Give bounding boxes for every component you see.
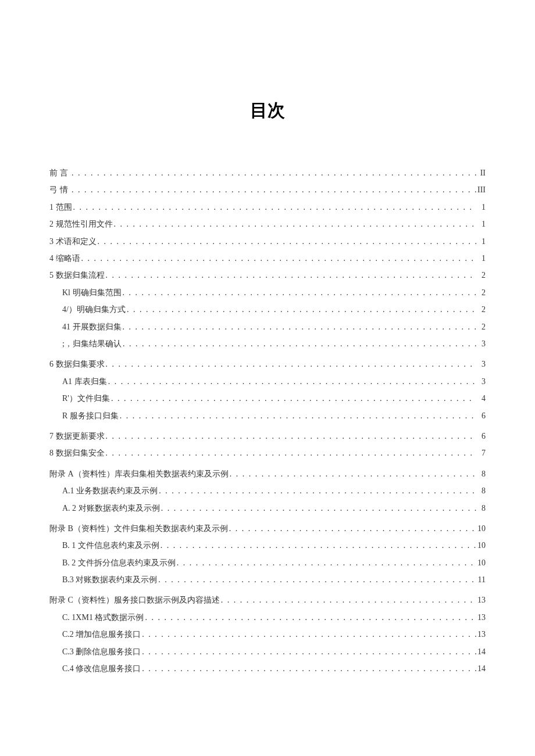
- toc-entry: 4 缩略语1: [49, 250, 486, 267]
- toc-entry-page: 11: [477, 571, 486, 588]
- toc-entry-page: 1: [477, 216, 486, 232]
- toc-leader-dots: [98, 233, 477, 250]
- toc-entry-label: 7 数据更新要求: [49, 428, 105, 445]
- toc-entry-page: II: [477, 164, 486, 181]
- toc-entry-page: 8: [477, 482, 486, 499]
- toc-entry-label: C.3 删除信息服务接口: [62, 643, 141, 660]
- toc-leader-dots: [145, 609, 476, 626]
- toc-leader-dots: [160, 537, 476, 554]
- toc-entry-label: R'）文件归集: [62, 390, 110, 407]
- toc-leader-dots: [73, 199, 477, 216]
- toc-entry-page: 10: [477, 554, 486, 571]
- toc-entry: 前言II: [49, 164, 486, 181]
- toc-entry-page: 4: [477, 390, 486, 407]
- toc-entry-page: III: [477, 181, 486, 198]
- toc-entry: 1 范围1: [49, 199, 486, 216]
- toc-entry: 4/）明确归集方式2: [49, 301, 486, 318]
- toc-entry-label: Kl 明确归集范围: [62, 284, 122, 301]
- toc-leader-dots: [230, 465, 476, 482]
- toc-entry: C.4 修改信息服务接口14: [49, 660, 486, 677]
- toc-entry-label: 5 数据归集流程: [49, 267, 105, 284]
- toc-entry: A.1 业务数据表约束及示例8: [49, 482, 486, 499]
- toc-entry: 3 术语和定义1: [49, 233, 486, 250]
- toc-entry-label: 1 范围: [49, 199, 72, 216]
- toc-leader-dots: [123, 335, 476, 352]
- toc-entry-page: 10: [477, 520, 486, 537]
- toc-entry: A. 2 对账数据表约束及示例8: [49, 500, 486, 517]
- toc-entry-page: 8: [477, 465, 486, 482]
- toc-leader-dots: [72, 181, 476, 198]
- toc-leader-dots: [142, 643, 476, 660]
- toc-leader-dots: [123, 284, 477, 301]
- toc-leader-dots: [159, 482, 476, 499]
- toc-entry-page: 8: [477, 500, 486, 517]
- toc-entry-page: 13: [477, 626, 486, 643]
- toc-entry: 41 开展数据归集2: [49, 318, 486, 335]
- toc-entry-label: C.4 修改信息服务接口: [62, 660, 141, 677]
- toc-entry-label: A.1 业务数据表约束及示例: [62, 482, 158, 499]
- toc-entry-page: 14: [477, 643, 486, 660]
- toc-entry: 7 数据更新要求6: [49, 428, 486, 445]
- toc-entry: R 服务接口归集6: [49, 407, 486, 424]
- toc-entry-page: 10: [477, 537, 486, 554]
- toc-entry-label: A. 2 对账数据表约束及示例: [62, 500, 160, 517]
- toc-entry-label: C. 1XM1 格式数据示例: [62, 609, 144, 626]
- toc-leader-dots: [221, 592, 476, 608]
- toc-leader-dots: [229, 520, 476, 537]
- toc-entry-page: 13: [477, 609, 486, 626]
- toc-entry: 附录 C（资料性）服务接口数据示例及内容描述13: [49, 592, 486, 608]
- toc-leader-dots: [123, 318, 477, 335]
- toc-entry: B. 2 文件拆分信息表约束及示例10: [49, 554, 486, 571]
- toc-leader-dots: [108, 373, 476, 390]
- toc-entry: B. 1 文件信息表约束及示例10: [49, 537, 486, 554]
- toc-entry-page: 14: [477, 660, 486, 677]
- toc-entry: 5 数据归集流程2: [49, 267, 486, 284]
- toc-leader-dots: [111, 390, 476, 407]
- toc-entry-page: 3: [477, 335, 486, 352]
- toc-entry-label: 弓情: [49, 181, 70, 198]
- toc-entry-page: 6: [477, 407, 486, 424]
- toc-entry-label: A1 库表归集: [62, 373, 107, 390]
- toc-entry: C.2 增加信息服务接口13: [49, 626, 486, 643]
- toc-leader-dots: [177, 554, 476, 571]
- toc-entry-page: 13: [477, 592, 486, 608]
- toc-leader-dots: [106, 428, 477, 445]
- toc-entry-label: ;，归集结果确认: [62, 335, 122, 352]
- toc-entry-page: 1: [477, 199, 486, 216]
- toc-entry-label: B.3 对账数据表约束及示例: [62, 571, 157, 588]
- toc-entry: 附录 B（资料性）文件归集相关数据表约束及示例10: [49, 520, 486, 537]
- toc-entry: 2 规范性引用文件1: [49, 216, 486, 232]
- toc-leader-dots: [127, 301, 476, 318]
- toc-entry-label: B. 1 文件信息表约束及示例: [62, 537, 159, 554]
- toc-entry-label: 附录 B（资料性）文件归集相关数据表约束及示例: [49, 520, 228, 537]
- toc-entry: 弓情III: [49, 181, 486, 198]
- toc-entry-label: R 服务接口归集: [62, 407, 119, 424]
- toc-entry-label: 4/）明确归集方式: [62, 301, 126, 318]
- toc-entry-page: 2: [477, 301, 486, 318]
- toc-entry-page: 2: [477, 318, 486, 335]
- toc-leader-dots: [114, 216, 477, 232]
- toc-entry-page: 2: [477, 267, 486, 284]
- toc-entry-label: 2 规范性引用文件: [49, 216, 113, 232]
- toc-entry-label: 41 开展数据归集: [62, 318, 122, 335]
- toc-leader-dots: [120, 407, 476, 424]
- toc-list: 前言II弓情III1 范围12 规范性引用文件13 术语和定义14 缩略语15 …: [49, 164, 486, 677]
- toc-entry-label: 3 术语和定义: [49, 233, 97, 250]
- toc-entry-page: 6: [477, 428, 486, 445]
- toc-entry: B.3 对账数据表约束及示例11: [49, 571, 486, 588]
- toc-entry: R'）文件归集4: [49, 390, 486, 407]
- toc-leader-dots: [158, 571, 476, 588]
- toc-leader-dots: [81, 250, 477, 267]
- toc-entry-label: 前言: [49, 164, 70, 181]
- toc-entry: 6 数据归集要求3: [49, 356, 486, 372]
- toc-entry-page: 3: [477, 356, 486, 372]
- toc-leader-dots: [106, 356, 477, 372]
- toc-leader-dots: [142, 626, 476, 643]
- toc-entry-page: 7: [477, 445, 486, 461]
- toc-entry-label: 8 数据归集安全: [49, 445, 105, 461]
- toc-entry-label: B. 2 文件拆分信息表约束及示例: [62, 554, 176, 571]
- toc-leader-dots: [106, 267, 477, 284]
- toc-entry: 附录 A（资料性）库表归集相关数据表约束及示例8: [49, 465, 486, 482]
- toc-entry: C.3 删除信息服务接口14: [49, 643, 486, 660]
- toc-leader-dots: [142, 660, 476, 677]
